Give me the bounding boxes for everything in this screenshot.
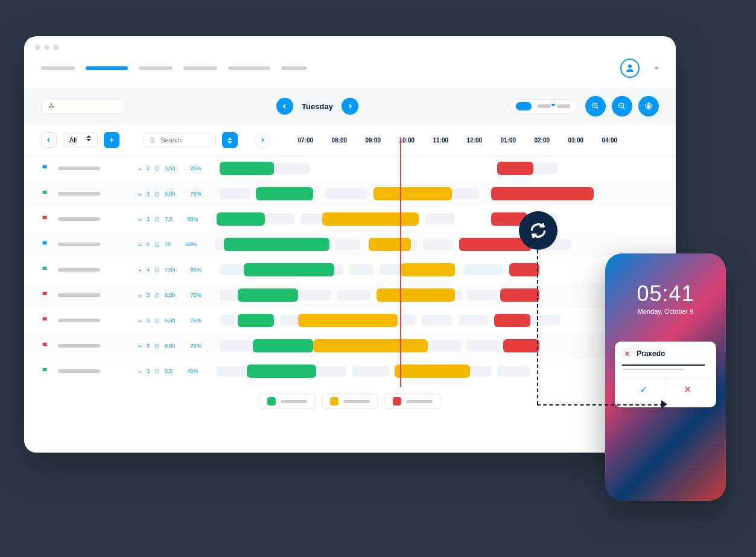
task-bar[interactable] [224, 238, 329, 251]
task-bar[interactable] [401, 263, 455, 276]
view-option-3[interactable] [557, 104, 570, 108]
stat-count: 3 [147, 317, 150, 323]
minimize-dot[interactable] [44, 45, 49, 50]
nav-item-0[interactable] [41, 66, 75, 70]
task-bar[interactable] [500, 288, 539, 302]
task-bar[interactable] [313, 339, 428, 352]
task-bar[interactable] [298, 314, 398, 327]
empty-slot[interactable] [464, 264, 503, 275]
tools-icon [136, 343, 142, 349]
empty-slot[interactable] [533, 163, 557, 174]
nav-item-1[interactable] [86, 66, 128, 70]
stat-percent: 75% [191, 343, 202, 349]
view-option-1[interactable] [516, 102, 532, 110]
empty-slot[interactable] [325, 188, 367, 199]
empty-slot[interactable] [280, 315, 298, 326]
timeline-track [217, 364, 659, 378]
search-input[interactable] [160, 136, 197, 144]
task-bar[interactable] [253, 339, 313, 352]
connector-line-v [537, 250, 538, 404]
task-bar[interactable] [244, 263, 334, 276]
task-bar[interactable] [509, 263, 539, 276]
notification-card[interactable]: ✕ Praxedo ✓ ✕ [615, 342, 716, 407]
avatar-menu-caret-icon[interactable] [654, 67, 659, 70]
task-bar[interactable] [238, 314, 274, 327]
task-bar[interactable] [376, 288, 455, 302]
resource-row: 4 7,5h 85% [24, 257, 676, 282]
empty-slot[interactable] [458, 315, 488, 326]
user-avatar[interactable] [620, 59, 640, 78]
empty-slot[interactable] [217, 366, 247, 377]
empty-slot[interactable] [428, 340, 461, 351]
chevron-left-icon [282, 103, 288, 109]
task-bar[interactable] [369, 238, 411, 251]
zoom-in-button[interactable] [585, 96, 606, 116]
task-bar[interactable] [373, 187, 452, 200]
task-bar[interactable] [494, 314, 530, 327]
legend-label [343, 400, 370, 403]
view-option-2[interactable] [538, 104, 551, 108]
bars-icon [180, 267, 186, 273]
empty-slot[interactable] [220, 188, 250, 199]
notification-app-icon: ✕ [622, 349, 632, 358]
clock-icon [154, 242, 160, 247]
empty-slot[interactable] [337, 290, 370, 301]
empty-slot[interactable] [422, 315, 452, 326]
filter-select[interactable]: All [63, 133, 98, 147]
scroll-right-button[interactable] [255, 132, 270, 148]
view-toggle[interactable] [509, 99, 577, 113]
empty-slot[interactable] [449, 188, 479, 199]
stat-count: 4 [147, 267, 150, 273]
task-bar[interactable] [247, 364, 316, 378]
nav-item-5[interactable] [281, 66, 307, 70]
settings-button[interactable] [638, 96, 659, 116]
empty-slot[interactable] [298, 290, 331, 301]
task-bar[interactable] [503, 339, 539, 352]
legend-swatch [330, 397, 338, 406]
empty-slot[interactable] [530, 315, 561, 326]
empty-slot[interactable] [423, 239, 453, 250]
empty-slot[interactable] [467, 290, 497, 301]
zoom-out-button[interactable] [612, 96, 632, 116]
nav-item-3[interactable] [183, 66, 217, 70]
filter-bar: All + 07:0008:0009:0010:0011:0012:0001:0… [24, 125, 676, 156]
empty-slot[interactable] [313, 366, 346, 377]
notification-accept-button[interactable]: ✓ [622, 379, 666, 400]
task-bar[interactable] [322, 212, 419, 226]
maximize-dot[interactable] [53, 45, 59, 50]
empty-slot[interactable] [220, 315, 235, 326]
empty-slot[interactable] [497, 366, 530, 377]
empty-slot[interactable] [265, 214, 295, 224]
empty-slot[interactable] [220, 340, 253, 351]
empty-slot[interactable] [335, 239, 360, 250]
task-bar[interactable] [395, 364, 470, 378]
prev-day-button[interactable] [276, 98, 293, 115]
notification-reject-button[interactable]: ✕ [666, 379, 710, 400]
task-bar[interactable] [491, 187, 594, 200]
resource-name [58, 167, 100, 170]
empty-slot[interactable] [220, 264, 244, 275]
empty-slot[interactable] [220, 290, 238, 301]
org-selector[interactable] [41, 98, 125, 114]
task-bar[interactable] [220, 162, 274, 175]
next-day-button[interactable] [341, 98, 358, 115]
collapse-left-button[interactable] [41, 132, 57, 148]
nav-item-2[interactable] [139, 66, 173, 70]
task-bar[interactable] [238, 288, 298, 302]
close-dot[interactable] [35, 45, 40, 50]
sort-button[interactable] [222, 132, 238, 148]
nav-item-4[interactable] [228, 66, 270, 70]
legend-label [406, 400, 433, 403]
empty-slot[interactable] [425, 214, 455, 224]
stat-count: 3 [147, 292, 150, 298]
empty-slot[interactable] [467, 340, 500, 351]
empty-slot[interactable] [349, 264, 373, 275]
task-bar[interactable] [256, 187, 313, 200]
search-box[interactable] [144, 133, 216, 147]
add-button[interactable]: + [104, 132, 119, 148]
bars-icon [177, 369, 183, 374]
task-bar[interactable] [217, 212, 265, 226]
filter-select-label: All [69, 136, 77, 144]
empty-slot[interactable] [352, 366, 389, 377]
task-bar[interactable] [497, 162, 533, 175]
